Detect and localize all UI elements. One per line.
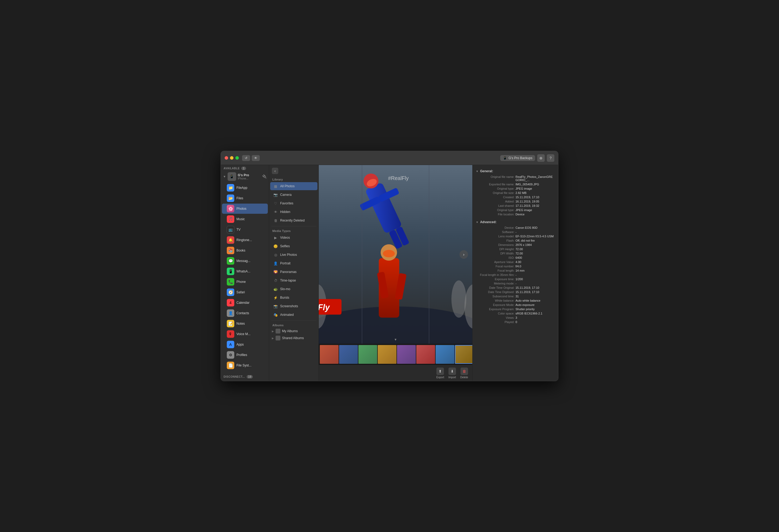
screenshots-icon: 📸 <box>273 304 278 309</box>
lib-item-favorites[interactable]: ♡ Favorites <box>270 199 317 207</box>
lib-item-bursts[interactable]: ⚡ Bursts <box>270 293 317 302</box>
sidebar: AVAILABLE 1 ▼ 📱 G's Pro iPhone... 🔌 📁 Fi… <box>221 165 269 381</box>
sidebar-item-filesystem[interactable]: 📄 File Syst... <box>222 360 268 371</box>
flash-value: Off, did not fire <box>516 239 555 242</box>
info-panel: ▼ General: Original file name: RealFly_P… <box>472 165 558 381</box>
disconnected-count: 19 <box>247 375 253 379</box>
help-button[interactable]: ? <box>547 154 554 162</box>
animated-label: Animated <box>280 313 294 317</box>
original-filename-value: RealFly_Photos_ZanonGREGORIO_... <box>516 175 555 182</box>
views-label: Views: <box>477 316 515 319</box>
advanced-triangle-icon: ▼ <box>476 221 479 224</box>
files-label: Files <box>236 196 243 200</box>
my-albums-row[interactable]: ▶ My Albums <box>269 328 318 335</box>
sidebar-item-books[interactable]: 📚 Books <box>222 245 268 256</box>
advanced-section-header[interactable]: ▼ Advanced: <box>473 218 558 225</box>
exported-filename-label: Exported file name: <box>477 183 515 186</box>
filmstrip-thumb[interactable] <box>339 345 358 364</box>
filmstrip-thumb[interactable] <box>416 345 435 364</box>
info-row-exposure-mode: Exposure Mode: Auto exposure <box>473 303 558 307</box>
last-shared-value: 17.11.2019, 19:32 <box>516 204 555 207</box>
lib-item-recently-deleted[interactable]: 🗑 Recently Deleted <box>270 216 317 224</box>
lib-item-camera[interactable]: 📷 Camera <box>270 191 317 199</box>
add-device-button[interactable]: ⊕ <box>537 154 545 162</box>
import-icon: ⬇ <box>448 368 456 375</box>
sidebar-item-phone[interactable]: 📞 Phone <box>222 277 268 287</box>
sidebar-item-calendar[interactable]: 4 Calendar <box>222 297 268 308</box>
sidebar-item-profiles[interactable]: ⚙ Profiles <box>222 350 268 360</box>
lib-item-all-photos[interactable]: ▦ All Photos <box>270 182 317 190</box>
filmstrip-thumb[interactable] <box>436 345 455 364</box>
sidebar-item-fileapp[interactable]: 📁 FileApp <box>222 183 268 193</box>
lib-item-timelapse[interactable]: ⏱ Time-lapse <box>270 276 317 284</box>
filmstrip-thumb[interactable] <box>397 345 416 364</box>
fileapp-label: FileApp <box>236 186 247 190</box>
lib-item-slo-mo[interactable]: 🐢 Slo-mo <box>270 285 317 293</box>
sidebar-item-music[interactable]: 🎵 Music <box>222 214 268 224</box>
voice-memos-label: Voice M... <box>236 332 251 336</box>
import-button[interactable]: ⬇ Import <box>448 368 456 379</box>
sidebar-item-notes[interactable]: 📝 Notes <box>222 319 268 329</box>
exposure-mode-value: Auto exposure <box>516 303 555 307</box>
datetime-original-value: 15.11.2019, 17:10 <box>516 286 555 289</box>
device-row[interactable]: ▼ 📱 G's Pro iPhone... 🔌 <box>221 171 269 183</box>
info-row-original-type: Original type: JPEG image <box>473 187 558 191</box>
library-section-title: Library <box>269 176 318 182</box>
titlebar: ↺ 👁 📱 G's Pro Backups ⊕ ? <box>221 151 558 165</box>
filmstrip-actions: ⬆ Export ⬇ Import 🗑 Delete <box>319 365 472 381</box>
lib-item-selfies[interactable]: 😊 Selfies <box>270 242 317 250</box>
lib-item-screenshots[interactable]: 📸 Screenshots <box>270 302 317 310</box>
played-label: Played: <box>477 320 515 324</box>
sidebar-item-whatsapp[interactable]: 📱 WhatsA... <box>222 266 268 276</box>
lib-item-animated[interactable]: 🎭 Animated <box>270 311 317 319</box>
lib-item-hidden[interactable]: 👁 Hidden <box>270 208 317 216</box>
sidebar-item-messages[interactable]: 💬 Messag... <box>222 256 268 266</box>
general-section-header[interactable]: ▼ General: <box>473 168 558 175</box>
lib-item-portrait[interactable]: 👤 Portrait <box>270 259 317 267</box>
preview-button[interactable]: 👁 <box>252 155 260 161</box>
iso-label: ISO: <box>477 256 515 259</box>
timelapse-label: Time-lapse <box>280 279 296 282</box>
iso-value: 6400 <box>516 256 555 259</box>
lib-item-panoramas[interactable]: 🌄 Panoramas <box>270 268 317 276</box>
original-type-label: Original type: <box>477 187 515 190</box>
export-button[interactable]: ⬆ Export <box>436 368 444 379</box>
shared-albums-row[interactable]: ▶ Shared Albums <box>269 335 318 341</box>
exposure-program-label: Exposure Program: <box>477 308 515 311</box>
sidebar-item-tv[interactable]: 📺 TV <box>222 224 268 235</box>
sidebar-item-safari[interactable]: 🧭 Safari <box>222 287 268 297</box>
sidebar-item-photos[interactable]: 🌸 Photos <box>222 204 268 214</box>
sidebar-item-voice-memos[interactable]: 🎙 Voice M... <box>222 329 268 339</box>
close-button[interactable] <box>225 156 228 160</box>
refresh-button[interactable]: ↺ <box>242 155 250 161</box>
recently-deleted-icon: 🗑 <box>273 218 278 223</box>
filmstrip-thumb[interactable] <box>358 345 377 364</box>
filmstrip-thumb[interactable] <box>378 345 397 364</box>
library-panel: ‹ Library ▦ All Photos 📷 Camera ♡ Favori… <box>269 165 319 381</box>
back-button[interactable]: ‹ <box>272 168 278 174</box>
camera-icon: 📷 <box>273 192 278 197</box>
filmstrip-thumb-active[interactable] <box>455 345 472 364</box>
filmstrip-thumb[interactable] <box>320 345 339 364</box>
dpi-width-label: DPI Width: <box>477 252 515 255</box>
sidebar-item-apps[interactable]: A Apps <box>222 339 268 349</box>
phone-icon: 📞 <box>227 278 234 285</box>
fullscreen-button[interactable] <box>235 156 239 160</box>
sidebar-item-contacts[interactable]: 👤 Contacts <box>222 308 268 318</box>
exposure-program-value: Shutter priority <box>516 308 555 311</box>
selfies-label: Selfies <box>280 244 290 248</box>
photos-label: Photos <box>236 207 246 210</box>
lib-item-live-photos[interactable]: ◎ Live Photos <box>270 251 317 259</box>
info-row-created: Created: 15.11.2019, 17:10 <box>473 195 558 199</box>
datetime-digitised-label: Date Time Digitised: <box>477 290 515 293</box>
calendar-label: Calendar <box>236 301 250 305</box>
sidebar-item-ringtones[interactable]: 🔔 Ringtone... <box>222 235 268 245</box>
minimize-button[interactable] <box>230 156 234 160</box>
expand-filmstrip-button[interactable]: ▾ <box>395 337 397 341</box>
lib-item-videos[interactable]: ▶ Videos <box>270 234 317 242</box>
next-photo-button[interactable]: › <box>460 250 468 259</box>
delete-button[interactable]: 🗑 Delete <box>460 368 468 379</box>
svg-text:RealFly: RealFly <box>319 303 330 312</box>
sidebar-item-files[interactable]: 📂 Files <box>222 193 268 203</box>
apple-device-row[interactable]: ▶ 💻 Apple... Apple T... ↺ <box>221 380 269 381</box>
